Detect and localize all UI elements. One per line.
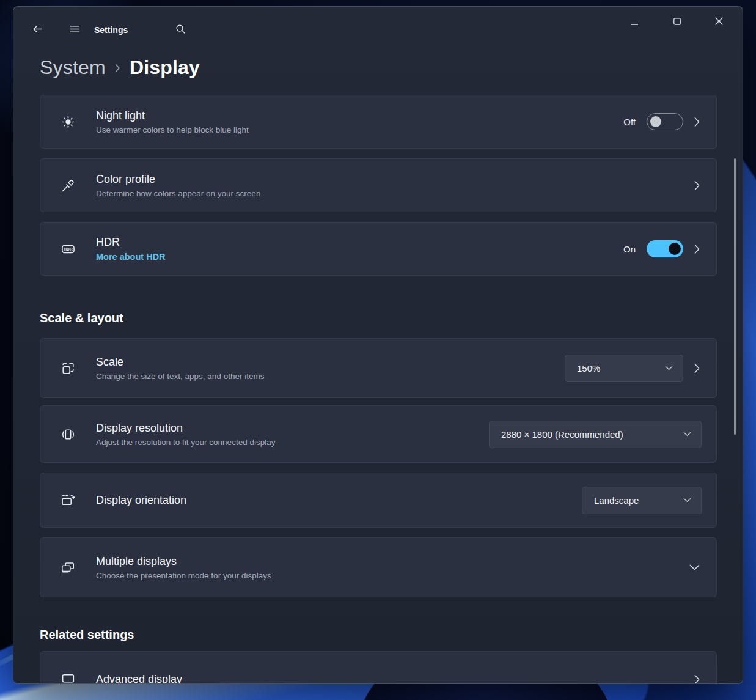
hdr-icon: HDR: [60, 241, 76, 257]
scrollbar-thumb[interactable]: [734, 158, 736, 435]
hdr-more-link[interactable]: More about HDR: [96, 252, 623, 262]
search-button[interactable]: [171, 20, 190, 40]
section-header-scale-layout: Scale & layout: [40, 311, 123, 325]
night-light-title: Night light: [96, 109, 623, 122]
scale-row[interactable]: Scale Change the size of text, apps, and…: [40, 338, 717, 398]
chevron-right-icon[interactable]: [694, 244, 700, 254]
chevron-right-icon[interactable]: [694, 117, 700, 127]
nav-menu-button[interactable]: [65, 20, 84, 40]
display-orientation-title: Display orientation: [96, 494, 582, 507]
night-light-subtitle: Use warmer colors to help block blue lig…: [96, 125, 623, 134]
app-title: Settings: [94, 25, 128, 35]
close-icon: [715, 17, 723, 28]
hamburger-icon: [69, 23, 81, 37]
toggle-knob: [669, 243, 681, 255]
multiple-displays-title: Multiple displays: [96, 555, 689, 568]
scale-icon: [60, 361, 76, 376]
advanced-display-title: Advanced display: [96, 673, 694, 685]
settings-window: Settings System Display Night light: [13, 6, 743, 684]
display-resolution-dropdown[interactable]: 2880 × 1800 (Recommended): [489, 421, 702, 448]
section-header-related-settings: Related settings: [40, 628, 134, 642]
display-orientation-value: Landscape: [594, 495, 639, 506]
chevron-down-icon: [683, 498, 691, 503]
color-profile-row[interactable]: Color profile Determine how colors appea…: [40, 158, 717, 212]
display-orientation-dropdown[interactable]: Landscape: [582, 487, 702, 514]
chevron-down-icon: [665, 366, 673, 370]
expander-chevron-down-icon[interactable]: [689, 564, 700, 570]
toggle-knob: [650, 116, 661, 127]
maximize-icon: [673, 17, 681, 28]
color-profile-subtitle: Determine how colors appear on your scre…: [96, 189, 694, 198]
chevron-down-icon: [683, 432, 691, 437]
display-orientation-icon: [60, 493, 76, 508]
hdr-title: HDR: [96, 236, 623, 249]
hdr-toggle-state: On: [623, 244, 636, 254]
scale-dropdown[interactable]: 150%: [565, 355, 683, 382]
advanced-display-icon: [60, 672, 76, 685]
svg-text:HDR: HDR: [64, 247, 73, 251]
search-icon: [175, 23, 186, 37]
back-arrow-icon: [32, 23, 43, 37]
close-button[interactable]: [706, 13, 731, 31]
minimize-button[interactable]: [622, 13, 647, 31]
display-resolution-icon: [60, 427, 76, 442]
hdr-toggle[interactable]: [647, 240, 683, 257]
breadcrumb-system[interactable]: System: [40, 56, 106, 79]
display-resolution-subtitle: Adjust the resolution to fit your connec…: [96, 438, 489, 447]
scale-title: Scale: [96, 356, 565, 369]
multiple-displays-row[interactable]: Multiple displays Choose the presentatio…: [40, 537, 717, 597]
night-light-icon: [60, 114, 76, 130]
breadcrumb-separator-icon: [115, 62, 120, 73]
chevron-right-icon[interactable]: [694, 363, 700, 374]
scale-dropdown-value: 150%: [577, 363, 600, 374]
scale-subtitle: Change the size of text, apps, and other…: [96, 372, 565, 381]
back-button[interactable]: [28, 20, 47, 40]
display-orientation-row: Display orientation Landscape: [40, 473, 717, 528]
chevron-right-icon[interactable]: [694, 674, 700, 685]
color-profile-title: Color profile: [96, 173, 694, 186]
chevron-right-icon[interactable]: [694, 180, 700, 191]
night-light-row[interactable]: Night light Use warmer colors to help bl…: [40, 95, 717, 149]
breadcrumb: System Display: [40, 53, 200, 81]
hdr-row[interactable]: HDR HDR More about HDR On: [40, 222, 717, 276]
display-resolution-row: Display resolution Adjust the resolution…: [40, 405, 717, 463]
eyedropper-icon: [60, 178, 76, 193]
night-light-toggle-state: Off: [623, 117, 636, 127]
display-resolution-value: 2880 × 1800 (Recommended): [501, 429, 623, 440]
multiple-displays-subtitle: Choose the presentation mode for your di…: [96, 571, 689, 580]
minimize-icon: [631, 17, 638, 28]
page-title: Display: [130, 56, 200, 79]
advanced-display-row[interactable]: Advanced display: [40, 651, 717, 684]
maximize-button[interactable]: [665, 13, 689, 31]
multiple-displays-icon: [60, 559, 76, 575]
night-light-toggle[interactable]: [647, 113, 683, 130]
display-resolution-title: Display resolution: [96, 422, 489, 435]
